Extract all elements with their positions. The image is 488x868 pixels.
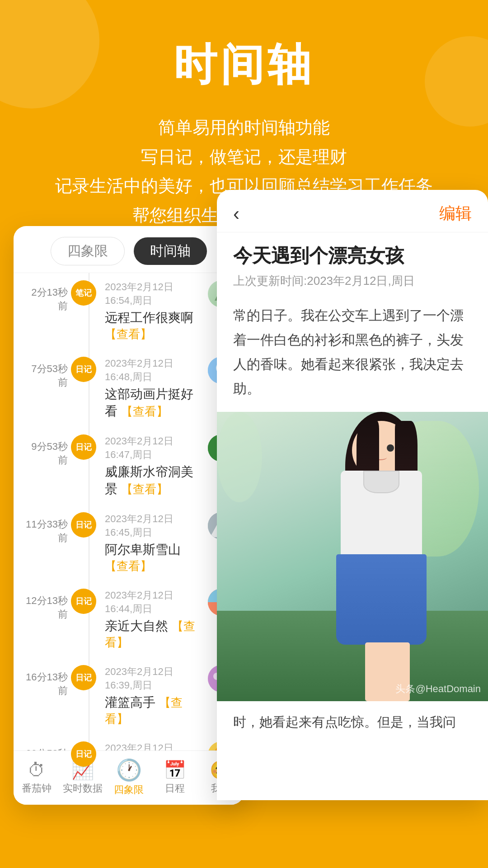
nav-tomato-clock[interactable]: ⏱ 番茄钟 — [14, 761, 60, 795]
tab-bar: 四象限 时间轴 — [14, 226, 244, 273]
time-ago: 7分53秒前 — [23, 357, 68, 389]
diary-title: 今天遇到个漂亮女孩 — [233, 243, 472, 269]
timeline-list: 2分13秒前 笔记 2023年2月12日 16:54,周日 远程工作很爽啊 【查… — [14, 273, 244, 770]
list-item[interactable]: 11分33秒前 日记 2023年2月12日 16:45,周日 阿尔卑斯雪山 【查… — [14, 505, 244, 581]
time-ago: 16分13秒前 — [23, 665, 68, 698]
list-item[interactable]: 9分53秒前 日记 2023年2月12日 16:47,周日 威廉斯水帘洞美景 【… — [14, 427, 244, 505]
time-ago: 9分53秒前 — [23, 434, 68, 467]
item-content: 2023年2月12日 16:54,周日 远程工作很爽啊 【查看】 — [99, 280, 203, 342]
timeline-dot: 日记 — [71, 589, 96, 614]
clock-icon: 🕐 — [116, 760, 142, 780]
list-item[interactable]: 12分13秒前 日记 2023年2月12日 16:44,周日 亲近大自然 【查看… — [14, 581, 244, 658]
tab-timeline[interactable]: 时间轴 — [134, 237, 207, 265]
diary-detail-card: ‹ 编辑 今天遇到个漂亮女孩 上次更新时间:2023年2月12日,周日 常的日子… — [217, 190, 488, 800]
page-title: 时间轴 — [27, 36, 461, 95]
time-ago: 11分33秒前 — [23, 512, 68, 545]
list-item[interactable]: 2分13秒前 笔记 2023年2月12日 16:54,周日 远程工作很爽啊 【查… — [14, 273, 244, 349]
timeline-dot: 日记 — [71, 741, 96, 767]
timeline-dot: 日记 — [71, 665, 96, 690]
nav-label-realtime: 实时数据 — [63, 782, 103, 795]
list-item[interactable]: 7分53秒前 日记 2023年2月12日 16:48,周日 这部动画片挺好看 【… — [14, 349, 244, 427]
timeline-dot: 日记 — [71, 512, 96, 538]
edit-button[interactable]: 编辑 — [439, 203, 472, 225]
diary-content: 常的日子。我在公交车上遇到了一个漂 着一件白色的衬衫和黑色的裤子，头发 人的香味… — [217, 292, 488, 412]
diary-image: 头条@HeatDomain — [217, 412, 488, 701]
list-item[interactable]: 16分13秒前 日记 2023年2月12日 16:39,周日 灌篮高手 【查看】 — [14, 658, 244, 734]
item-content: 2023年2月12日 16:47,周日 威廉斯水帘洞美景 【查看】 — [99, 434, 203, 498]
timeline-dot: 笔记 — [71, 280, 96, 306]
nav-label-sixiang: 四象限 — [114, 783, 144, 797]
tomato-icon: ⏱ — [28, 761, 46, 779]
bottom-navigation: ⏱ 番茄钟 📈 实时数据 🕐 四象限 📅 日程 😊 我的 — [14, 750, 244, 805]
item-content: 2023年2月12日 16:44,周日 亲近大自然 【查看】 — [99, 589, 203, 651]
timeline-dot: 日记 — [71, 357, 96, 382]
item-content: 2023年2月12日 16:39,周日 灌篮高手 【查看】 — [99, 665, 203, 727]
diary-title-section: 今天遇到个漂亮女孩 上次更新时间:2023年2月12日,周日 — [217, 232, 488, 292]
timeline-dot: 日记 — [71, 434, 96, 460]
nav-label-schedule: 日程 — [165, 782, 185, 795]
calendar-icon: 📅 — [164, 761, 186, 779]
diary-update-time: 上次更新时间:2023年2月12日,周日 — [233, 273, 472, 289]
time-ago: 12分13秒前 — [23, 589, 68, 621]
time-ago: 2分13秒前 — [23, 280, 68, 313]
nav-schedule[interactable]: 📅 日程 — [152, 761, 198, 795]
tab-sixiang[interactable]: 四象限 — [51, 237, 125, 265]
nav-sixiang[interactable]: 🕐 四象限 — [106, 760, 152, 797]
nav-label-tomato: 番茄钟 — [22, 782, 52, 795]
diary-header: ‹ 编辑 — [217, 190, 488, 232]
item-content: 2023年2月12日 16:45,周日 阿尔卑斯雪山 【查看】 — [99, 512, 203, 574]
item-content: 2023年2月12日 16:48,周日 这部动画片挺好看 【查看】 — [99, 357, 203, 420]
diary-bottom-text: 时，她看起来有点吃惊。但是，当我问 — [217, 701, 488, 743]
back-button[interactable]: ‹ — [233, 204, 239, 223]
watermark: 头条@HeatDomain — [395, 682, 481, 696]
timeline-card: 四象限 时间轴 2分13秒前 笔记 2023年2月12日 16:54,周日 远程… — [14, 226, 244, 805]
